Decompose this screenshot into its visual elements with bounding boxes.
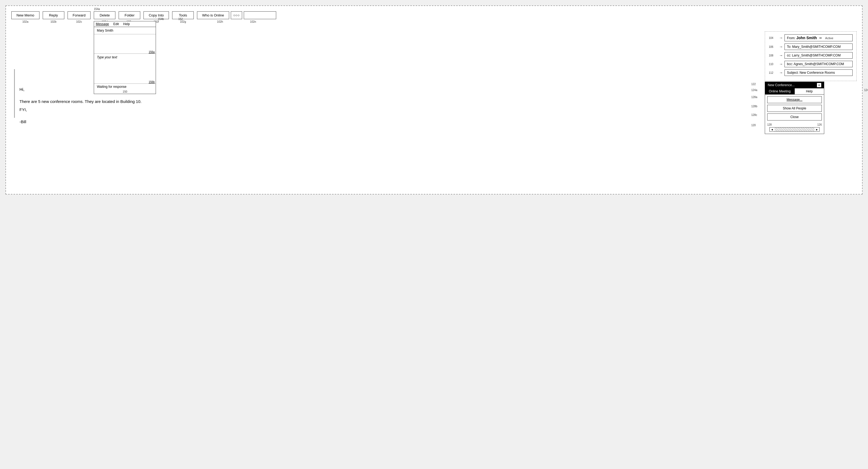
toolbar-item-forward: Forward 102c [67,11,91,23]
bcc-row: 110 → bcc: Agnes_Smith@SMITHCOMP.COM [769,61,852,67]
who-is-online-code: 102h [217,20,223,23]
forward-button[interactable]: Forward [67,11,91,19]
subject-field[interactable]: Subject: New Conference Rooms [784,69,852,76]
arrow-104: → [779,36,783,40]
toolbar-item-who-is-online: Who is Online ○○○ 102h 102n [197,11,276,23]
arrow-106: → [779,44,783,49]
label-128b: 128b [751,105,757,108]
forward-code: 102c [76,20,82,23]
label-126-inner: 126 [817,123,822,126]
context-close-item[interactable]: Close [767,114,822,121]
bcc-field[interactable]: bcc: Agnes_Smith@SMITHCOMP.COM [784,61,852,67]
context-show-all-item[interactable]: Show All People [767,105,822,112]
context-close-button[interactable]: ✕ [817,83,821,87]
edit-icon[interactable]: ✏ [819,36,822,40]
scrollbar[interactable]: ◄ ► [769,127,819,131]
context-tabs: Online Meeting Help [765,88,824,95]
label-152: 152 [178,18,183,21]
arrow-110: → [779,62,783,66]
email-signature: -Bill [20,118,754,126]
context-header: New Conference... ✕ [765,82,824,88]
reply-button[interactable]: Reply [43,11,64,19]
label-150: 150 [94,90,156,94]
new-memo-button[interactable]: New Memo [11,11,39,19]
context-title: New Conference... [768,83,795,87]
cc-field[interactable]: cc: Larry_Smith@SMITHCOMP.COM [784,52,852,59]
label-108: 108 [769,54,777,57]
tab-help[interactable]: Help [795,88,824,94]
label-106: 106 [769,45,777,49]
menu-message[interactable]: Message [96,22,109,26]
menu-edit[interactable]: Edit [113,22,119,26]
from-field: From: John Smith ✏ Active [784,34,852,41]
email-body-text: There are 5 new conference rooms. They a… [20,97,754,106]
right-panel: 104 → From: John Smith ✏ Active 106 → To… [765,31,857,134]
dropdown-status: Waiting for response [94,84,156,90]
toolbar: New Memo 102a Reply 102b Forward 102c 15… [11,11,857,23]
cc-row: 108 → cc: Larry_Smith@SMITHCOMP.COM [769,52,852,59]
dropdown-type-area[interactable]: Type your text [94,54,156,70]
dropdown-menubar: Message Edit Help [94,21,156,27]
delete-dropdown: 154b 152 Message Edit Help Mary Smith 15… [94,21,156,94]
label-124a: 124a [751,89,757,92]
label-154b: 154b [158,18,164,21]
label-156a: 156a [94,51,156,54]
from-row: 104 → From: John Smith ✏ Active [769,34,852,41]
label-128a: 128a [751,96,757,99]
label-110: 110 [769,63,777,66]
scroll-left-arrow[interactable]: ◄ [770,128,775,131]
context-wrapper: 122 124a 124b 128a 128b 128c 120 New Con… [765,81,857,134]
tools-code: 102g [180,20,186,23]
delete-button[interactable]: Delete [94,11,115,19]
toolbar-item-tools: Tools 102g [172,11,194,23]
toolbar-item-new-memo: New Memo 102a [11,11,39,23]
label-112: 112 [769,71,777,74]
dots-button[interactable]: ○○○ [231,11,242,19]
dropdown-body: Mary Smith 156a Type your text 156b Wait… [94,27,156,94]
label-154a: 154a [94,7,100,10]
label-124b: 124b [864,89,868,92]
context-panel: New Conference... ✕ Online Meeting Help … [765,82,824,134]
menu-help[interactable]: Help [123,22,130,26]
to-field[interactable]: To: Mary_Smith@SMITHCOMP.COM [784,43,852,50]
arrow-108: → [779,53,783,58]
dropdown-recipient: Mary Smith [94,27,156,34]
label-120: 120 [751,124,756,127]
left-bar [14,69,15,118]
label-104: 104 [769,36,777,39]
context-footer: 128 126 ◄ ► [765,122,824,134]
search-input[interactable] [244,11,276,19]
input-code: 102n [250,20,256,23]
email-fyi: FYI, [20,106,754,114]
arrow-112: → [779,70,783,75]
label-128c: 128c [751,114,757,117]
email-fields: 104 → From: John Smith ✏ Active 106 → To… [765,31,857,81]
subject-row: 112 → Subject: New Conference Rooms [769,69,852,76]
toolbar-item-reply: Reply 102b [43,11,64,23]
tab-online-meeting[interactable]: Online Meeting [765,88,795,94]
label-156b: 156b [94,81,156,84]
main-window: New Memo 102a Reply 102b Forward 102c 15… [5,5,863,194]
copy-into-button[interactable]: Copy Into [144,11,169,19]
label-122: 122 [751,83,756,86]
label-128-inner: 128 [767,123,772,126]
tools-button[interactable]: Tools [172,11,194,19]
to-row: 106 → To: Mary_Smith@SMITHCOMP.COM [769,43,852,50]
context-message-item[interactable]: Message... [767,96,822,103]
folder-button[interactable]: Folder [119,11,140,19]
who-is-online-group: Who is Online ○○○ [197,11,276,19]
new-memo-code: 102a [23,20,28,23]
toolbar-item-delete: 154a Delete 102d 154b 152 Message Edit H… [94,11,115,23]
scroll-track [775,127,814,131]
who-is-online-button[interactable]: Who is Online [197,11,229,19]
scroll-right-arrow[interactable]: ► [814,128,819,131]
reply-code: 102b [51,20,57,23]
